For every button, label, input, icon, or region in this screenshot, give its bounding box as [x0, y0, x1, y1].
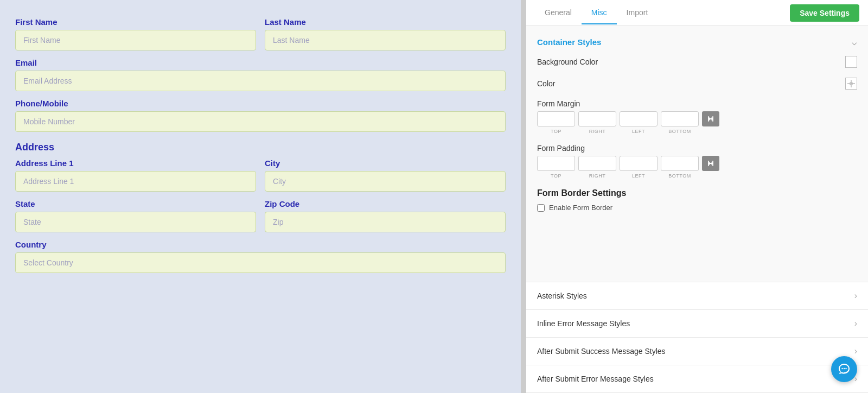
panel-divider — [521, 0, 526, 393]
form-padding-label: Form Padding — [537, 144, 857, 153]
address-section-label: Address — [15, 142, 506, 153]
container-styles-header: Container Styles ⌵ — [537, 37, 857, 47]
padding-labels: TOP RIGHT LEFT BOTTOM — [537, 173, 857, 179]
address-line1-input[interactable] — [15, 171, 256, 192]
container-styles-chevron-down-icon[interactable]: ⌵ — [852, 37, 857, 47]
margin-left-input[interactable] — [620, 111, 658, 126]
enable-border-label: Enable Form Border — [549, 204, 612, 212]
last-name-input[interactable] — [265, 30, 506, 50]
margin-labels: TOP RIGHT LEFT BOTTOM — [537, 129, 857, 134]
tab-misc[interactable]: Misc — [582, 2, 617, 24]
asterisk-styles-label: Asterisk Styles — [537, 291, 587, 300]
padding-right-input[interactable] — [578, 156, 616, 171]
phone-label: Phone/Mobile — [15, 99, 506, 108]
save-settings-button[interactable]: Save Settings — [790, 4, 859, 22]
svg-point-5 — [845, 368, 846, 369]
state-label: State — [15, 199, 256, 208]
bg-color-row: Background Color — [537, 56, 857, 68]
padding-top-label: TOP — [537, 173, 575, 179]
chat-button[interactable] — [831, 356, 857, 382]
first-name-input[interactable] — [15, 30, 256, 50]
form-margin-label: Form Margin — [537, 99, 857, 108]
color-row: Color — [537, 78, 857, 90]
asterisk-styles-chevron-right-icon: › — [854, 291, 857, 301]
right-content: Container Styles ⌵ Background Color Colo… — [526, 26, 868, 282]
top-label: TOP — [537, 129, 575, 134]
after-submit-success-row[interactable]: After Submit Success Message Styles › — [526, 337, 868, 365]
phone-input[interactable] — [15, 111, 506, 132]
padding-right-label: RIGHT — [578, 173, 616, 179]
state-input[interactable] — [15, 212, 256, 232]
form-padding-inputs — [537, 156, 857, 171]
email-label: Email — [15, 58, 506, 67]
email-input[interactable] — [15, 71, 506, 91]
form-border-title: Form Border Settings — [537, 188, 857, 198]
form-border-settings: Form Border Settings Enable Form Border — [537, 188, 857, 212]
inline-error-row[interactable]: Inline Error Message Styles › — [526, 309, 868, 337]
inline-error-chevron-right-icon: › — [854, 319, 857, 328]
tab-import[interactable]: Import — [617, 2, 658, 24]
city-label: City — [265, 159, 506, 168]
padding-left-input[interactable] — [620, 156, 658, 171]
padding-bottom-label: BOTTOM — [661, 173, 699, 179]
tab-general[interactable]: General — [535, 2, 582, 24]
asterisk-styles-row[interactable]: Asterisk Styles › — [526, 282, 868, 309]
bg-color-picker[interactable] — [845, 56, 857, 68]
after-submit-success-label: After Submit Success Message Styles — [537, 347, 666, 356]
zip-input[interactable] — [265, 212, 506, 232]
zip-label: Zip Code — [265, 199, 506, 208]
margin-bottom-input[interactable] — [661, 111, 699, 126]
form-margin-inputs — [537, 111, 857, 126]
bg-color-label: Background Color — [537, 58, 598, 66]
after-submit-error-row[interactable]: After Submit Error Message Styles › — [526, 365, 868, 393]
bottom-label: BOTTOM — [661, 129, 699, 134]
padding-left-label: LEFT — [620, 173, 658, 179]
right-label: RIGHT — [578, 129, 616, 134]
tabs-bar: General Misc Import Save Settings — [526, 0, 868, 26]
country-label: Country — [15, 240, 506, 249]
margin-link-button[interactable] — [702, 111, 719, 126]
container-styles-title: Container Styles — [537, 37, 601, 47]
margin-top-input[interactable] — [537, 111, 575, 126]
padding-bottom-input[interactable] — [661, 156, 699, 171]
enable-border-row: Enable Form Border — [537, 204, 857, 212]
form-padding-row: Form Padding TOP RIGHT LEFT BOTT — [537, 144, 857, 179]
padding-link-button[interactable] — [702, 156, 719, 171]
country-input[interactable] — [15, 252, 506, 273]
after-submit-success-chevron-right-icon: › — [854, 346, 857, 356]
svg-point-4 — [844, 368, 845, 369]
svg-point-3 — [841, 368, 843, 369]
address-line1-label: Address Line 1 — [15, 159, 256, 168]
form-margin-row: Form Margin TOP RIGHT LEFT BOTTO — [537, 99, 857, 134]
left-label: LEFT — [620, 129, 658, 134]
last-name-label: Last Name — [265, 17, 506, 27]
color-picker[interactable] — [845, 78, 857, 90]
color-label: Color — [537, 79, 555, 88]
padding-top-input[interactable] — [537, 156, 575, 171]
first-name-label: First Name — [15, 17, 256, 27]
margin-right-input[interactable] — [578, 111, 616, 126]
city-input[interactable] — [265, 171, 506, 192]
inline-error-label: Inline Error Message Styles — [537, 319, 630, 328]
form-preview-panel: First Name Last Name Email Phone/Mobile … — [0, 0, 521, 393]
settings-panel: General Misc Import Save Settings Contai… — [526, 0, 868, 393]
enable-border-checkbox[interactable] — [537, 204, 545, 212]
after-submit-error-label: After Submit Error Message Styles — [537, 375, 654, 383]
